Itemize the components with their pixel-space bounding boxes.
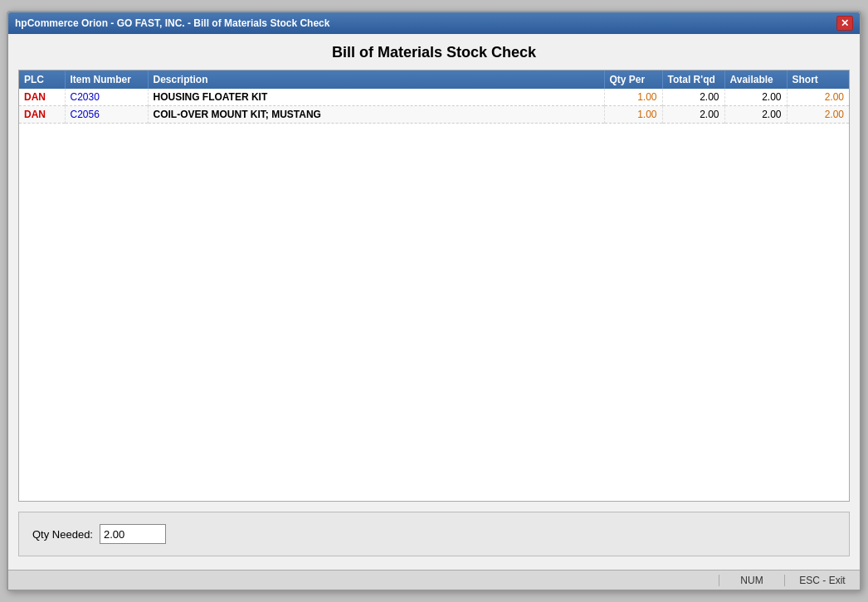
- col-short: Short: [787, 70, 849, 89]
- close-button[interactable]: ✕: [836, 16, 853, 31]
- cell-short: 2.00: [787, 89, 849, 106]
- main-window: hpCommerce Orion - GO FAST, INC. - Bill …: [7, 11, 861, 591]
- cell-plc: DAN: [19, 106, 65, 124]
- col-qty-per: Qty Per: [604, 70, 662, 89]
- table-header-row: PLC Item Number Description Qty Per Tota…: [19, 70, 849, 89]
- esc-exit-button[interactable]: ESC - Exit: [785, 575, 860, 586]
- col-description: Description: [148, 70, 604, 89]
- table-area: PLC Item Number Description Qty Per Tota…: [18, 70, 850, 502]
- cell-available: 2.00: [724, 89, 787, 106]
- status-bar: NUM ESC - Exit: [8, 570, 860, 590]
- bom-table: PLC Item Number Description Qty Per Tota…: [19, 70, 849, 124]
- cell-qty-per: 1.00: [604, 89, 662, 106]
- status-num: NUM: [719, 575, 785, 586]
- col-available: Available: [724, 70, 787, 89]
- qty-needed-label: Qty Needed:: [32, 528, 93, 541]
- cell-total-rqd: 2.00: [662, 89, 724, 106]
- window-content: Bill of Materials Stock Check PLC Item N…: [8, 34, 860, 570]
- cell-total-rqd: 2.00: [662, 106, 724, 124]
- cell-description: COIL-OVER MOUNT KIT; MUSTANG: [148, 106, 604, 124]
- col-total-rqd: Total R'qd: [662, 70, 724, 89]
- table-row: DAN C2056 COIL-OVER MOUNT KIT; MUSTANG 1…: [19, 106, 849, 124]
- bottom-section: Qty Needed:: [18, 512, 850, 556]
- cell-description: HOUSING FLOATER KIT: [148, 89, 604, 106]
- cell-item-number: C2056: [65, 106, 148, 124]
- cell-item-number: C2030: [65, 89, 148, 106]
- col-plc: PLC: [19, 70, 65, 89]
- cell-qty-per: 1.00: [604, 106, 662, 124]
- cell-short: 2.00: [787, 106, 849, 124]
- cell-available: 2.00: [724, 106, 787, 124]
- col-item-number: Item Number: [65, 70, 148, 89]
- title-bar: hpCommerce Orion - GO FAST, INC. - Bill …: [8, 12, 860, 34]
- cell-plc: DAN: [19, 89, 65, 106]
- window-title: hpCommerce Orion - GO FAST, INC. - Bill …: [15, 17, 329, 29]
- page-title: Bill of Materials Stock Check: [18, 44, 850, 61]
- table-row: DAN C2030 HOUSING FLOATER KIT 1.00 2.00 …: [19, 89, 849, 106]
- qty-needed-input[interactable]: [100, 524, 166, 544]
